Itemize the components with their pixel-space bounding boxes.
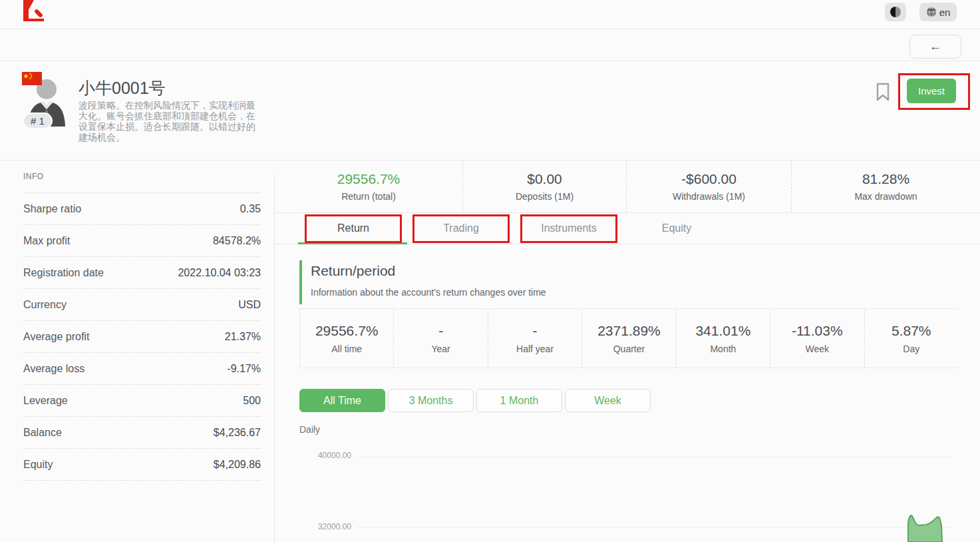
- account-description: 波段策略。在控制风险情况下，实现利润最大化。账号会抓住底部和顶部建仓机会，在设置…: [79, 100, 257, 142]
- back-button[interactable]: ←: [909, 35, 961, 59]
- tab[interactable]: Return: [299, 213, 407, 244]
- info-panel: INFO Sharpe ratio 0.35 Max profit 84578.…: [0, 160, 274, 542]
- info-row-label: Equity: [23, 459, 53, 471]
- info-row-value: 21.37%: [225, 331, 261, 343]
- info-rows: Sharpe ratio 0.35 Max profit 84578.2% Re…: [23, 193, 261, 481]
- info-row: Average profit 21.37%: [23, 321, 261, 353]
- sub-toolbar: ←: [0, 30, 980, 61]
- range-button[interactable]: Week: [565, 389, 651, 412]
- info-row: Equity $4,209.86: [23, 449, 261, 481]
- invest-annotation-box: Invest: [907, 79, 956, 103]
- period-stat-label: Year: [431, 344, 450, 354]
- tab[interactable]: Trading: [407, 213, 515, 244]
- tab[interactable]: Equity: [623, 213, 731, 244]
- info-row-value: USD: [238, 299, 261, 311]
- period-stat: 2371.89% Quarter: [581, 309, 675, 368]
- account-title: 小牛0001号: [79, 77, 166, 99]
- china-flag-icon: [22, 72, 42, 85]
- account-page: en ← # 1 小牛0001号: [0, 0, 980, 542]
- info-row-label: Max profit: [23, 235, 70, 247]
- section-subtitle: Information about the account's return c…: [311, 287, 546, 298]
- theme-toggle-button[interactable]: [885, 3, 906, 21]
- period-stat: -11.03% Week: [770, 309, 864, 368]
- bookmark-icon[interactable]: [876, 83, 890, 101]
- period-stat: 341.01% Month: [676, 309, 770, 368]
- return-period-section-header: Return/period Information about the acco…: [299, 260, 546, 304]
- info-row-label: Balance: [23, 427, 62, 439]
- info-row-value: 0.35: [240, 203, 261, 215]
- info-row-label: Currency: [23, 299, 67, 311]
- rank-badge: # 1: [23, 113, 53, 129]
- info-row-value: $4,236.67: [214, 427, 261, 439]
- info-row-value: 500: [243, 395, 261, 407]
- info-row: Currency USD: [23, 289, 261, 321]
- period-stat-value: 341.01%: [695, 323, 750, 339]
- period-stat-value: 5.87%: [892, 323, 931, 339]
- period-stat: 29556.7% All time: [299, 309, 393, 368]
- gridline-40000: [357, 457, 952, 457]
- info-row: Average loss -9.17%: [23, 353, 261, 385]
- language-label: en: [939, 7, 951, 18]
- summary-stat: $0.00 Deposits (1M): [463, 160, 627, 212]
- range-button[interactable]: All Time: [299, 389, 385, 412]
- info-row: Sharpe ratio 0.35: [23, 193, 261, 225]
- info-row-value: 2022.10.04 03:23: [178, 267, 261, 279]
- info-row-value: -9.17%: [227, 363, 261, 375]
- gridline-32000: [357, 527, 952, 527]
- area-chart-peak: [905, 495, 946, 542]
- y-axis-tick-40000: 40000.00: [275, 451, 351, 460]
- period-stat-label: All time: [331, 344, 362, 354]
- summary-stat-value: 81.28%: [862, 171, 909, 187]
- summary-stat: 29556.7% Return (total): [275, 160, 463, 212]
- invest-button[interactable]: Invest: [907, 79, 956, 103]
- summary-stat-value: 29556.7%: [337, 171, 401, 187]
- period-stat-value: -11.03%: [792, 323, 843, 339]
- period-stat-value: -: [438, 323, 443, 339]
- tab-bar: ReturnTradingInstrumentsEquity: [275, 213, 980, 244]
- info-row-value: 84578.2%: [213, 235, 261, 247]
- summary-stat-label: Withdrawals (1M): [673, 191, 745, 202]
- chart-series-label: Daily: [299, 424, 320, 435]
- period-stats-row: 29556.7% All time - Year - Half year 237…: [299, 308, 958, 368]
- period-stat: - Half year: [488, 309, 581, 368]
- period-stat-label: Quarter: [613, 344, 645, 354]
- period-stat-label: Half year: [516, 344, 554, 354]
- language-selector[interactable]: en: [919, 3, 957, 21]
- summary-stat-label: Return (total): [341, 191, 396, 202]
- back-arrow-icon: ←: [929, 39, 942, 54]
- summary-stat-label: Max drawdown: [854, 191, 917, 202]
- y-axis-tick-32000: 32000.00: [275, 522, 351, 531]
- main-content: 29556.7% Return (total) $0.00 Deposits (…: [275, 160, 980, 542]
- info-row: Balance $4,236.67: [23, 417, 261, 449]
- section-title: Return/period: [311, 263, 546, 279]
- period-stat-value: -: [533, 323, 538, 339]
- info-row-label: Leverage: [23, 395, 68, 407]
- period-stat-label: Week: [806, 344, 830, 354]
- period-stat: - Year: [393, 309, 487, 368]
- summary-stat-value: -$600.00: [681, 171, 736, 187]
- range-button[interactable]: 3 Months: [388, 389, 474, 412]
- period-stat-label: Day: [903, 344, 919, 354]
- info-row-label: Registration date: [23, 267, 104, 279]
- period-stat-label: Month: [710, 344, 736, 354]
- summary-stat: -$600.00 Withdrawals (1M): [627, 160, 792, 212]
- contrast-icon: [890, 7, 901, 17]
- summary-stat-label: Deposits (1M): [516, 191, 573, 202]
- period-stat-value: 29556.7%: [315, 323, 379, 339]
- range-button[interactable]: 1 Month: [476, 389, 562, 412]
- info-row-value: $4,209.86: [214, 459, 261, 471]
- info-row: Registration date 2022.10.04 03:23: [23, 257, 261, 289]
- profile-section: # 1 小牛0001号 波段策略。在控制风险情况下，实现利润最大化。账号会抓住底…: [0, 62, 980, 160]
- info-row: Max profit 84578.2%: [23, 225, 261, 257]
- info-row: Leverage 500: [23, 385, 261, 417]
- tab[interactable]: Instruments: [515, 213, 623, 244]
- summary-stat: 81.28% Max drawdown: [792, 160, 980, 212]
- info-row-label: Average loss: [23, 363, 84, 375]
- avatar: # 1: [20, 73, 69, 127]
- info-row-label: Sharpe ratio: [23, 203, 81, 215]
- info-panel-title: INFO: [23, 172, 261, 193]
- range-filter-buttons: All Time3 Months1 MonthWeek: [299, 389, 651, 412]
- period-stat-value: 2371.89%: [597, 323, 661, 339]
- summary-stats-row: 29556.7% Return (total) $0.00 Deposits (…: [275, 160, 980, 213]
- brand-logo-icon[interactable]: [23, 0, 44, 21]
